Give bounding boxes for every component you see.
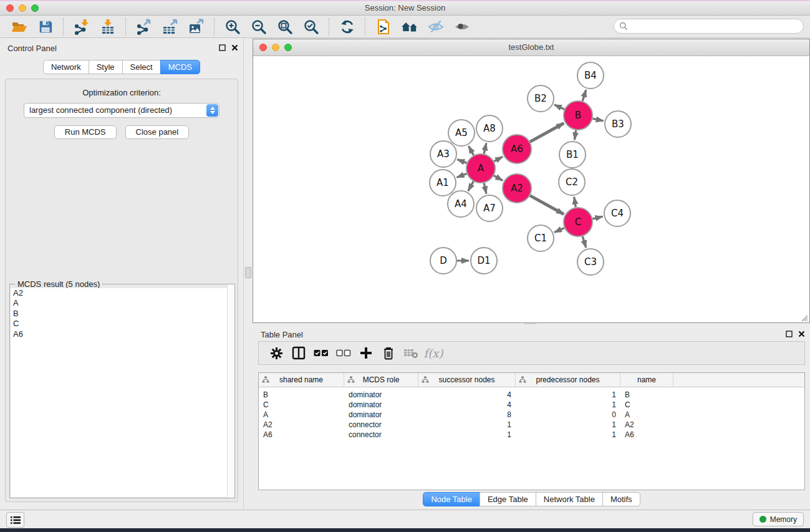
export-network-button[interactable] [135,18,153,36]
save-session-button[interactable] [36,18,55,36]
export-table-button[interactable] [161,18,180,36]
float-table-panel-icon[interactable] [786,331,793,337]
node-A5[interactable]: A5 [448,120,475,146]
toggle-columns-button[interactable] [287,344,310,362]
zoom-selected-button[interactable] [302,18,321,36]
column-header-predecessor-nodes[interactable]: predecessor nodes [516,373,620,387]
first-neighbors-button[interactable] [400,18,419,36]
result-scrollbar[interactable] [227,284,234,498]
edge-A-A6[interactable] [494,157,503,161]
node-D1[interactable]: D1 [471,248,497,274]
node-table[interactable]: shared nameMCDS rolesuccessor nodesprede… [258,372,805,490]
close-panel-icon[interactable] [231,44,238,51]
search-field[interactable] [614,19,804,34]
edge-A-A7[interactable] [484,183,486,193]
result-item[interactable]: B [11,309,234,319]
table-row[interactable]: A2connector11A2 [259,420,804,430]
node-C3[interactable]: C3 [577,249,604,275]
edge-A-A8[interactable] [484,143,486,153]
table-settings-button[interactable] [265,344,287,362]
edge-B-B2[interactable] [554,105,564,109]
table-row[interactable]: A6connector11A6 [259,430,804,440]
node-B3[interactable]: B3 [605,111,631,137]
network-canvas[interactable]: B4B2BB3A8A5A6A3B1AC2A1A2A4A7C4CC1C3DD1 [253,56,809,322]
delete-columns-button[interactable] [377,344,400,362]
select-all-columns-button[interactable] [310,344,332,362]
table-row[interactable]: Cdominator41C [259,400,804,410]
float-panel-icon[interactable] [219,44,226,51]
node-B4[interactable]: B4 [577,62,604,89]
node-A8[interactable]: A8 [476,115,503,142]
edge-C-C1[interactable] [554,228,564,233]
table-row[interactable]: Bdominator41B [259,390,804,400]
zoom-in-button[interactable] [223,18,242,36]
import-table-button[interactable] [99,18,117,36]
node-C4[interactable]: C4 [604,200,630,226]
tab-motifs[interactable]: Motifs [602,492,640,506]
node-C[interactable]: C [564,208,592,236]
node-A4[interactable]: A4 [448,191,474,217]
hide-selected-button[interactable] [427,18,445,36]
node-A1[interactable]: A1 [430,170,456,196]
search-input[interactable] [631,21,803,32]
result-item[interactable]: A6 [11,329,234,339]
open-session-button[interactable] [10,18,29,36]
optimization-dropdown[interactable]: largest connected component (directed) [24,103,219,118]
node-A[interactable]: A [466,154,495,183]
edge-B-B4[interactable] [582,90,586,101]
column-header-name[interactable]: name [620,373,673,387]
close-panel-button[interactable]: Close panel [125,125,190,139]
edge-A-A1[interactable] [457,174,467,178]
tab-select[interactable]: Select [122,60,161,74]
edge-A-A4[interactable] [468,181,474,191]
node-A6[interactable]: A6 [503,135,531,163]
vertical-divider-handle[interactable] [245,267,251,278]
unselect-all-columns-button[interactable] [332,344,355,362]
tab-mcds[interactable]: MCDS [160,60,200,74]
edge-C-C4[interactable] [592,216,602,219]
tab-style[interactable]: Style [89,60,123,74]
tab-network[interactable]: Network [43,60,89,74]
function-builder-button[interactable]: f(x) [422,344,445,362]
result-item[interactable]: A2 [11,288,234,298]
create-column-button[interactable] [355,344,377,362]
column-header-shared-name[interactable]: shared name [259,373,344,387]
edge-A6-B[interactable] [530,123,564,142]
memory-button[interactable]: Memory [753,512,804,526]
edge-C-C3[interactable] [582,236,586,248]
node-A2[interactable]: A2 [503,174,531,203]
column-header-MCDS-role[interactable]: MCDS role [344,373,418,387]
node-A7[interactable]: A7 [476,195,503,221]
refresh-view-button[interactable] [338,18,357,36]
edge-A-A5[interactable] [469,146,474,155]
export-image-button[interactable] [187,18,206,36]
table-row[interactable]: Adominator80A [259,410,804,420]
node-B[interactable]: B [564,101,592,130]
edge-B-B3[interactable] [592,118,603,121]
clone-network-button[interactable] [374,18,393,36]
node-C2[interactable]: C2 [559,169,585,195]
node-D[interactable]: D [430,248,456,274]
node-A3[interactable]: A3 [430,141,456,167]
zoom-fit-button[interactable] [276,18,294,36]
node-C1[interactable]: C1 [528,225,554,251]
edge-A-A2[interactable] [494,176,503,181]
close-table-panel-icon[interactable] [798,331,805,337]
run-mcds-button[interactable]: Run MCDS [54,125,117,139]
column-header-successor-nodes[interactable]: successor nodes [418,373,516,387]
result-item[interactable]: A [11,298,234,308]
tab-edge-table[interactable]: Edge Table [480,492,536,506]
show-task-history-button[interactable] [6,512,24,528]
edge-A-A3[interactable] [457,160,466,163]
network-window-titlebar[interactable]: testGlobe.txt [253,39,809,56]
delete-table-button[interactable] [400,344,422,362]
result-item[interactable]: C [11,319,234,329]
edge-C-C2[interactable] [574,197,576,208]
tab-network-table[interactable]: Network Table [536,492,603,506]
resize-grip-icon[interactable] [800,314,808,322]
edge-A2-C[interactable] [530,196,564,215]
node-B1[interactable]: B1 [559,142,586,168]
zoom-out-button[interactable] [249,18,268,36]
edge-B-B1[interactable] [574,130,576,140]
show-all-button[interactable] [453,18,471,36]
